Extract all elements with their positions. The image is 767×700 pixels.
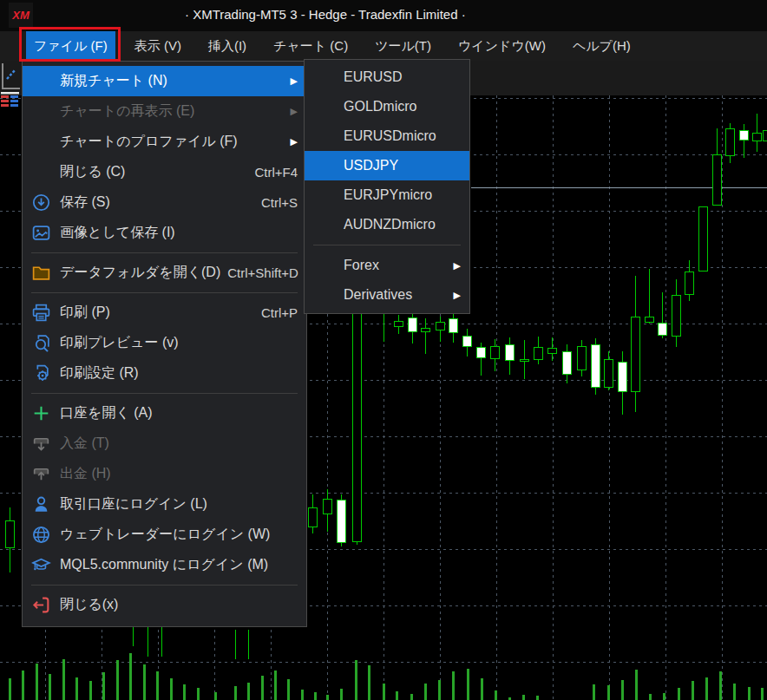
volume-bar (234, 686, 237, 700)
volume-bar (261, 676, 264, 700)
folder-icon (30, 262, 52, 285)
market-watch-icon[interactable] (0, 90, 21, 112)
submenu-arrow-icon: ▶ (291, 136, 298, 147)
volume-bar (467, 669, 469, 700)
file-menu-item-14[interactable]: 入金 (T) (23, 429, 306, 459)
file-menu-item-label: 口座を開く (A) (60, 404, 298, 422)
volume-bar (247, 683, 250, 700)
file-menu-item-1[interactable]: チャートの再表示 (E)▶ (23, 96, 306, 127)
candle-body-hollow (645, 317, 654, 323)
file-menu-item-10[interactable]: 印刷プレビュー (v) (23, 328, 306, 358)
file-menu-item-0[interactable]: 新規チャート (N)▶ (23, 66, 306, 96)
volume-bar (355, 660, 357, 700)
xm-logo: XM (9, 3, 33, 28)
file-menu-item-3[interactable]: 閉じる (C)Ctrl+F4 (23, 157, 306, 187)
file-menu-item-2[interactable]: チャートのプロファイル (F)▶ (23, 127, 306, 157)
volume-bar (143, 664, 146, 700)
volume-bar (424, 684, 427, 700)
symbol-item-audnzdmicro[interactable]: AUDNZDmicro (305, 210, 469, 239)
volume-bar (214, 692, 217, 700)
file-menu-item-label: 保存 (S) (60, 193, 254, 212)
candle-wick-stub (248, 630, 249, 659)
volume-bar (102, 672, 105, 700)
symbol-submenu: EURUSDGOLDmicroEURUSDmicroUSDJPYEURJPYmi… (304, 59, 470, 314)
printer-icon (30, 302, 52, 324)
symbol-item-forex[interactable]: Forex▶ (305, 251, 469, 280)
volume-bar (481, 678, 483, 700)
file-menu-item-7[interactable]: データフォルダを開く(D)Ctrl+Shift+D (23, 258, 306, 288)
print-settings-icon (30, 363, 52, 385)
candle-body-white (658, 323, 667, 336)
menubar-item-3[interactable]: チャート (C) (266, 31, 356, 61)
candle-body-white (505, 344, 515, 361)
candle-body-white (591, 344, 600, 388)
volume-bar (396, 691, 398, 700)
file-menu-item-label: 新規チャート (N) (60, 72, 284, 90)
volume-bar (761, 688, 764, 700)
volume-bar (607, 685, 610, 700)
volume-bar (748, 687, 751, 700)
file-menu-item-4[interactable]: 保存 (S)Ctrl+S (23, 187, 306, 218)
candle-wick-stub (384, 314, 384, 342)
menubar-item-2[interactable]: 挿入(I) (200, 31, 254, 61)
candle-body-hollow (5, 520, 15, 548)
menubar-item-6[interactable]: ヘルプ(H) (565, 31, 639, 61)
volume-bar (593, 684, 595, 700)
file-menu-item-15[interactable]: 出金 (H) (23, 459, 306, 489)
file-menu-item-13[interactable]: 口座を開く (A) (23, 398, 306, 429)
symbol-item-usdjpy[interactable]: USDJPY (305, 151, 469, 180)
candle-body-white (408, 317, 417, 332)
candle-body-hollow (631, 317, 640, 392)
menu-separator (31, 585, 298, 586)
menu-separator (31, 393, 298, 394)
file-menu-item-11[interactable]: 印刷設定 (R) (23, 358, 306, 389)
submenu-arrow-icon: ▶ (291, 106, 298, 117)
volume-bar (129, 653, 132, 700)
candle-wick-stub (161, 627, 162, 657)
file-menu-item-17[interactable]: ウェブトレーダーにログイン (W) (23, 520, 306, 550)
volume-bar (36, 664, 38, 700)
file-menu-item-9[interactable]: 印刷 (P)Ctrl+P (23, 298, 306, 328)
volume-bar (116, 660, 119, 700)
symbol-item-eurusdmicro[interactable]: EURUSDmicro (305, 121, 469, 151)
volume-bar (649, 694, 652, 700)
candle-body-white (462, 336, 472, 347)
menubar-item-4[interactable]: ツール(T) (367, 31, 439, 61)
file-menu-item-label: データフォルダを開く(D) (60, 264, 220, 282)
withdraw-icon (30, 463, 52, 486)
volume-bar (49, 674, 51, 700)
volume-bar (340, 689, 343, 700)
menubar-item-5[interactable]: ウインドウ(W) (450, 31, 554, 61)
menubar-item-0[interactable]: ファイル (F) (26, 31, 115, 61)
symbol-item-goldmicro[interactable]: GOLDmicro (305, 92, 469, 121)
volume-bar (495, 690, 497, 700)
crosshair-chart-icon[interactable] (2, 63, 20, 89)
symbol-item-derivatives[interactable]: Derivatives▶ (305, 280, 469, 310)
volume-bar (635, 670, 638, 700)
file-menu-item-5[interactable]: 画像として保存 (I) (23, 218, 306, 248)
candle-body-white (562, 351, 572, 375)
candle-wick-stub (133, 627, 134, 646)
file-menu-item-label: チャートの再表示 (E) (60, 102, 284, 121)
file-menu-item-20[interactable]: 閉じる(x) (23, 590, 306, 620)
file-menu-item-label: 閉じる(x) (60, 596, 298, 614)
symbol-item-eurusd[interactable]: EURUSD (305, 62, 469, 92)
submenu-arrow-icon: ▶ (454, 251, 461, 280)
symbol-item-eurjpymicro[interactable]: EURJPYmicro (305, 180, 469, 210)
volume-bar (170, 678, 173, 700)
submenu-arrow-icon: ▶ (291, 75, 298, 87)
candle-wick (649, 269, 650, 324)
candle-body-hollow (323, 499, 332, 514)
candle-body-hollow (436, 322, 445, 330)
candle-body-hollow (352, 304, 362, 542)
gridline-vertical (553, 95, 554, 700)
file-menu-item-16[interactable]: 取引口座にログイン (L) (23, 489, 306, 520)
volume-bar (287, 679, 290, 700)
file-menu-item-18[interactable]: MQL5.community にログイン (M) (23, 550, 306, 580)
window-title: · XMTrading-MT5 3 - Hedge - Tradexfin Li… (185, 7, 466, 22)
gridline-vertical (496, 95, 497, 700)
volume-bar (719, 671, 722, 700)
submenu-arrow-icon: ▶ (454, 280, 461, 310)
menubar-item-1[interactable]: 表示 (V) (127, 31, 189, 61)
volume-bar (452, 671, 455, 700)
